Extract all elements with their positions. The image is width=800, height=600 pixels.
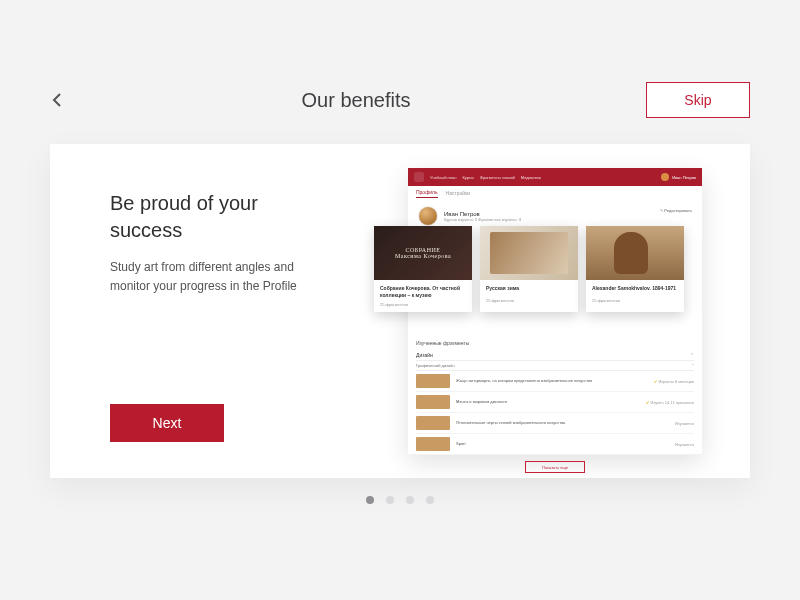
mock-profile-meta: Курсов изучено: 0 Фрагментов изучено: 3 (444, 217, 521, 222)
mock-user-chip: Иван Петров (661, 173, 696, 181)
page-title: Our benefits (302, 89, 411, 112)
mock-frag-group: Дизайн ⌃ (416, 350, 694, 361)
mock-user-name: Иван Петров (672, 175, 696, 180)
mock-frag-thumb-icon (416, 416, 450, 430)
mock-course-sub: 25 фрагментов (374, 302, 472, 312)
mock-edit-link: ✎ Редактировать (660, 208, 692, 213)
mock-course-title: Alexander Samokhvalov. 1894-1971 (586, 280, 684, 298)
mock-nav-item: Медиатека (521, 175, 541, 180)
mock-frag-text: Sport (456, 441, 669, 447)
mock-show-more-button: Показать еще (525, 461, 585, 473)
mock-course-thumb-icon (480, 226, 578, 280)
mock-frag-status: Изучен 14.11 прошлого (646, 400, 694, 405)
mock-course-title: Русская зима (480, 280, 578, 298)
pager-dot[interactable] (406, 496, 414, 504)
mock-course-sub: 25 фрагментов (480, 298, 578, 308)
onboarding-card: Be proud of your success Study art from … (50, 144, 750, 478)
mock-navbar: Учебный план Курсы Фрагменты знаний Меди… (408, 168, 702, 186)
mock-frag-status: Изучено 6 месяцев (654, 379, 694, 384)
mock-frag-text: Жанр натюрморта, на котором представлено… (456, 378, 648, 384)
mock-course-title: Собрание Кочерова. От частной коллекции … (374, 280, 472, 302)
profile-preview-mock: Учебный план Курсы Фрагменты знаний Меди… (408, 168, 702, 454)
mock-logo-icon (414, 172, 424, 182)
pager-dots (50, 496, 750, 504)
mock-avatar-icon (661, 173, 669, 181)
mock-course-thumb-icon (586, 226, 684, 280)
mock-frag-text: Отличительные черты стилей изобразительн… (456, 420, 669, 426)
pager-dot[interactable] (426, 496, 434, 504)
chevron-left-icon (50, 92, 66, 108)
mock-frag-thumb-icon (416, 395, 450, 409)
mock-frag-section: Изученные фрагменты (416, 340, 694, 346)
mock-course-sub: 25 фрагментов (586, 298, 684, 308)
mock-nav-item: Учебный план (430, 175, 456, 180)
chevron-up-icon: ⌃ (690, 352, 694, 358)
pager-dot[interactable] (386, 496, 394, 504)
mock-frag-row: Отличительные черты стилей изобразительн… (416, 413, 694, 434)
mock-frag-row: Жанр натюрморта, на котором представлено… (416, 371, 694, 392)
mock-frag-subgroup: Графический дизайн ⌃ (416, 361, 694, 371)
mock-course-card: Собрание Кочерова. От частной коллекции … (374, 226, 472, 312)
back-button[interactable] (50, 92, 66, 108)
mock-course-card: Alexander Samokhvalov. 1894-1971 25 фраг… (586, 226, 684, 312)
skip-button[interactable]: Skip (646, 82, 750, 118)
mock-course-card: Русская зима 25 фрагментов (480, 226, 578, 312)
chevron-up-icon: ⌃ (691, 363, 694, 368)
mock-frag-text: Мечты о мировом дисконте (456, 399, 640, 405)
card-body: Study art from different angles and moni… (110, 258, 320, 296)
mock-frag-status: Изучается (675, 442, 694, 447)
card-heading: Be proud of your success (110, 190, 334, 244)
mock-tab-settings: Настройки (446, 190, 471, 196)
mock-profile-avatar-icon (418, 206, 438, 226)
mock-frag-status: Изучается (675, 421, 694, 426)
mock-frag-row: Мечты о мировом дисконтеИзучен 14.11 про… (416, 392, 694, 413)
next-button[interactable]: Next (110, 404, 224, 442)
mock-frag-row: SportИзучается (416, 434, 694, 455)
mock-nav-item: Фрагменты знаний (480, 175, 515, 180)
mock-frag-thumb-icon (416, 374, 450, 388)
pager-dot[interactable] (366, 496, 374, 504)
mock-frag-thumb-icon (416, 437, 450, 451)
mock-tab-profile: Профиль (416, 189, 438, 198)
mock-course-thumb-icon (374, 226, 472, 280)
mock-nav-item: Курсы (462, 175, 473, 180)
